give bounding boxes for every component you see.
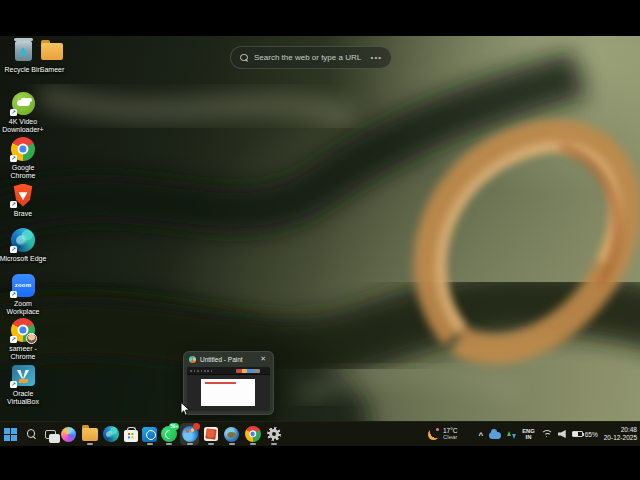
copilot-icon bbox=[61, 427, 76, 442]
task-view-icon bbox=[45, 430, 56, 439]
photos-button[interactable] bbox=[201, 423, 220, 445]
system-tray: ^ ENG IN 65% 20:48 20-12-2025 bbox=[479, 423, 638, 445]
paint-button[interactable] bbox=[180, 423, 199, 445]
search-more-button[interactable]: ••• bbox=[371, 53, 382, 62]
chrome-icon bbox=[245, 426, 261, 442]
close-icon[interactable]: ✕ bbox=[258, 355, 268, 363]
battery-indicator[interactable]: 65% bbox=[572, 431, 598, 438]
edge-icon bbox=[103, 426, 119, 442]
weather-condition: Clear bbox=[443, 434, 458, 441]
start-button[interactable] bbox=[1, 423, 20, 445]
desktop-icon-zoom-workplace[interactable]: zoom ↗ Zoom Workplace bbox=[0, 272, 47, 316]
edge-icon: ↗ bbox=[10, 227, 36, 253]
photos-icon bbox=[204, 427, 218, 441]
tray-arrows-icon[interactable] bbox=[507, 430, 516, 439]
moon-weather-icon bbox=[428, 429, 439, 440]
outlook-button[interactable] bbox=[140, 423, 159, 445]
speaker-icon[interactable] bbox=[558, 430, 566, 438]
globe-app-button[interactable] bbox=[222, 423, 241, 445]
file-explorer-button[interactable] bbox=[80, 423, 99, 445]
whatsapp-badge: 59+ bbox=[169, 423, 179, 430]
mouse-cursor bbox=[180, 402, 191, 421]
edge-button[interactable] bbox=[101, 423, 120, 445]
desktop-icon-4k-video-downloader[interactable]: ↗ 4K Video Downloader+ bbox=[0, 90, 47, 134]
weather-widget[interactable]: 17°C Clear bbox=[424, 423, 462, 445]
paint-app-icon bbox=[189, 356, 196, 363]
chrome-button[interactable] bbox=[243, 423, 262, 445]
weather-temp: 17°C bbox=[443, 427, 458, 434]
screen: Recycle Bin Sameer ↗ 4K Video Downloader… bbox=[0, 0, 640, 480]
folder-icon bbox=[39, 38, 65, 64]
paint-toolbar-thumbnail bbox=[187, 367, 270, 375]
clock-date: 20-12-2025 bbox=[604, 434, 637, 442]
battery-percent: 65% bbox=[585, 431, 598, 438]
taskbar: 59+ 17°C Clear ^ bbox=[0, 421, 640, 446]
copilot-button[interactable] bbox=[59, 423, 78, 445]
chrome-profile-icon: ↗ bbox=[10, 317, 36, 343]
desktop-icon-label: Google Chrome bbox=[0, 164, 47, 180]
language-line2: IN bbox=[526, 434, 532, 440]
wallpaper-ribbons bbox=[0, 36, 640, 446]
hidden-icons-chevron[interactable]: ^ bbox=[479, 431, 484, 440]
canvas-red-text bbox=[205, 382, 236, 384]
battery-icon bbox=[572, 431, 583, 437]
desktop-search-bar[interactable]: Search the web or type a URL ••• bbox=[230, 46, 392, 69]
desktop-icon-label: sameer - Chrome bbox=[0, 345, 47, 361]
folder-icon bbox=[82, 428, 98, 441]
taskbar-search-button[interactable] bbox=[22, 423, 41, 445]
onedrive-icon[interactable] bbox=[489, 432, 501, 439]
search-placeholder: Search the web or type a URL bbox=[254, 53, 365, 62]
desktop-icon-label: Microsoft Edge bbox=[0, 255, 46, 263]
globe-icon bbox=[224, 427, 239, 442]
clock[interactable]: 20:48 20-12-2025 bbox=[604, 426, 637, 442]
shortcut-arrow-icon: ↗ bbox=[10, 246, 17, 253]
paint-canvas-thumbnail bbox=[201, 379, 255, 406]
shortcut-arrow-icon: ↗ bbox=[10, 109, 17, 116]
preview-title: Untitled - Paint bbox=[200, 356, 254, 363]
wifi-icon[interactable] bbox=[541, 430, 552, 439]
desktop-icon-label: Oracle VirtualBox bbox=[0, 390, 47, 406]
virtualbox-icon: ↗ bbox=[10, 362, 36, 388]
desktop-icon-oracle-virtualbox[interactable]: ↗ Oracle VirtualBox bbox=[0, 362, 47, 406]
shortcut-arrow-icon: ↗ bbox=[10, 381, 17, 388]
clock-time: 20:48 bbox=[621, 426, 637, 434]
desktop-icon-label: Sameer bbox=[40, 66, 65, 74]
preview-thumbnail[interactable] bbox=[187, 367, 270, 411]
whatsapp-button[interactable]: 59+ bbox=[159, 423, 178, 445]
language-indicator[interactable]: ENG IN bbox=[522, 428, 535, 441]
gear-icon bbox=[267, 427, 281, 441]
shortcut-arrow-icon: ↗ bbox=[10, 155, 17, 162]
chrome-icon: ↗ bbox=[10, 136, 36, 162]
desktop-icon-brave[interactable]: ↗ Brave bbox=[0, 182, 47, 218]
shortcut-arrow-icon: ↗ bbox=[10, 291, 17, 298]
desktop-icon-sameer-chrome[interactable]: ↗ sameer - Chrome bbox=[0, 317, 47, 361]
paint-badge bbox=[193, 423, 200, 430]
desktop-icon-google-chrome[interactable]: ↗ Google Chrome bbox=[0, 136, 47, 180]
search-icon bbox=[240, 54, 248, 62]
shortcut-arrow-icon: ↗ bbox=[10, 336, 17, 343]
desktop-icon-microsoft-edge[interactable]: ↗ Microsoft Edge bbox=[0, 227, 47, 263]
desktop-icon-label: 4K Video Downloader+ bbox=[0, 118, 47, 134]
desktop-icon-label: Brave bbox=[14, 210, 32, 218]
search-icon bbox=[27, 429, 37, 439]
zoom-icon: zoom ↗ bbox=[10, 272, 36, 298]
taskbar-preview-popup: Untitled - Paint ✕ bbox=[183, 351, 274, 415]
desktop-icon-sameer-folder[interactable]: Sameer bbox=[28, 38, 76, 74]
windows-logo-icon bbox=[4, 428, 17, 441]
shortcut-arrow-icon: ↗ bbox=[10, 201, 17, 208]
desktop-icon-label: Zoom Workplace bbox=[0, 300, 47, 316]
outlook-icon bbox=[142, 427, 157, 442]
desktop: Recycle Bin Sameer ↗ 4K Video Downloader… bbox=[0, 36, 640, 446]
settings-button[interactable] bbox=[264, 423, 283, 445]
avatar bbox=[26, 333, 37, 344]
task-view-button[interactable] bbox=[41, 423, 60, 445]
microsoft-store-button[interactable] bbox=[121, 423, 140, 445]
store-icon bbox=[124, 430, 138, 442]
4k-video-downloader-icon: ↗ bbox=[10, 90, 36, 116]
brave-icon: ↗ bbox=[10, 182, 36, 208]
